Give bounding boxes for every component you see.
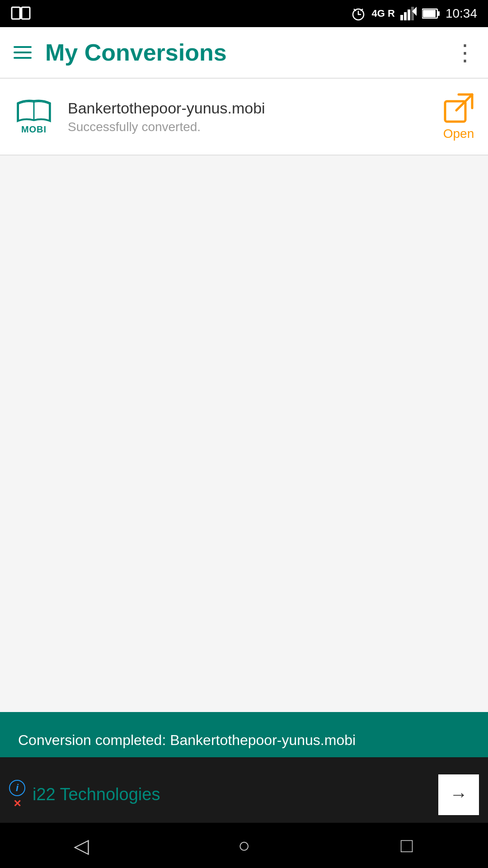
svg-rect-10 [408, 9, 410, 20]
status-bar-right: 4G R 10:34 [350, 5, 477, 22]
status-bar: 4G R 10:34 [0, 0, 488, 27]
ad-content: i ✕ i22 Technologies [9, 780, 160, 810]
conversion-status: Successfully converted. [68, 120, 265, 134]
svg-rect-11 [411, 7, 414, 20]
recent-button[interactable]: □ [391, 830, 422, 861]
hamburger-menu-button[interactable] [14, 46, 32, 59]
back-button[interactable]: ◁ [66, 830, 97, 861]
home-button[interactable]: ○ [228, 830, 260, 861]
mobi-file-icon: MOBI [14, 99, 54, 135]
app-bar-left: My Conversions [14, 39, 227, 66]
ad-arrow-icon: → [450, 784, 468, 805]
back-icon: ◁ [74, 834, 89, 857]
app-title: My Conversions [45, 39, 227, 66]
ad-arrow-button[interactable]: → [438, 774, 479, 815]
svg-rect-9 [404, 12, 407, 20]
ad-banner: i ✕ i22 Technologies → [0, 757, 488, 832]
home-icon: ○ [238, 834, 250, 857]
ad-icons: i ✕ [9, 780, 25, 810]
open-label: Open [443, 127, 474, 141]
page-container: 4G R 10:34 My [0, 0, 488, 868]
mobi-label: MOBI [21, 124, 47, 135]
content-area: + Conversion completed: Bankertothepoor-… [0, 156, 488, 868]
network-label: 4G R [372, 8, 395, 19]
snackbar-text: Conversion completed: Bankertothepoor-yu… [18, 732, 356, 748]
book-icon [11, 5, 31, 22]
conversion-item-left: MOBI Bankertothepoor-yunus.mobi Successf… [14, 99, 265, 135]
svg-rect-14 [437, 11, 440, 16]
status-time: 10:34 [446, 6, 477, 21]
navigation-bar: ◁ ○ □ [0, 823, 488, 868]
recent-icon: □ [401, 834, 413, 857]
open-file-button[interactable]: Open [443, 92, 474, 141]
conversion-filename: Bankertothepoor-yunus.mobi [68, 99, 265, 117]
svg-rect-15 [423, 10, 436, 17]
mobi-book-svg [16, 99, 52, 123]
ad-info-icon: i [9, 780, 25, 796]
more-options-button[interactable]: ⋮ [454, 41, 474, 64]
alarm-icon [350, 5, 366, 22]
battery-icon [422, 8, 440, 19]
open-icon-container [443, 92, 474, 124]
svg-rect-1 [22, 7, 30, 19]
conversion-info: Bankertothepoor-yunus.mobi Successfully … [68, 99, 265, 134]
app-bar: My Conversions ⋮ [0, 27, 488, 78]
svg-rect-0 [12, 7, 20, 19]
signal-icon [400, 7, 417, 20]
status-bar-left [11, 5, 31, 22]
external-link-icon [443, 92, 474, 124]
ad-company-name: i22 Technologies [33, 785, 160, 804]
ad-close-icon[interactable]: ✕ [13, 798, 21, 810]
svg-rect-8 [400, 15, 403, 20]
conversion-item: MOBI Bankertothepoor-yunus.mobi Successf… [0, 79, 488, 155]
